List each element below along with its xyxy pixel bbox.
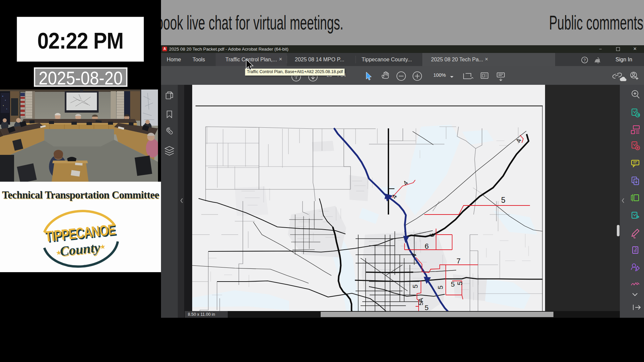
svg-text:?: ? <box>584 58 586 63</box>
svg-text:5A: 5A <box>418 298 424 305</box>
svg-text:6: 6 <box>425 242 429 250</box>
svg-text:5: 5 <box>451 280 455 288</box>
svg-text:5: 5 <box>501 196 505 204</box>
svg-text:5: 5 <box>456 282 464 285</box>
svg-text:5: 5 <box>412 285 419 288</box>
svg-text:★: ★ <box>100 243 106 250</box>
svg-text:5: 5 <box>437 286 444 289</box>
svg-text:5: 5 <box>425 304 429 311</box>
svg-text:★: ★ <box>56 249 62 256</box>
svg-text:6: 6 <box>428 233 436 237</box>
svg-text:7: 7 <box>457 257 461 265</box>
